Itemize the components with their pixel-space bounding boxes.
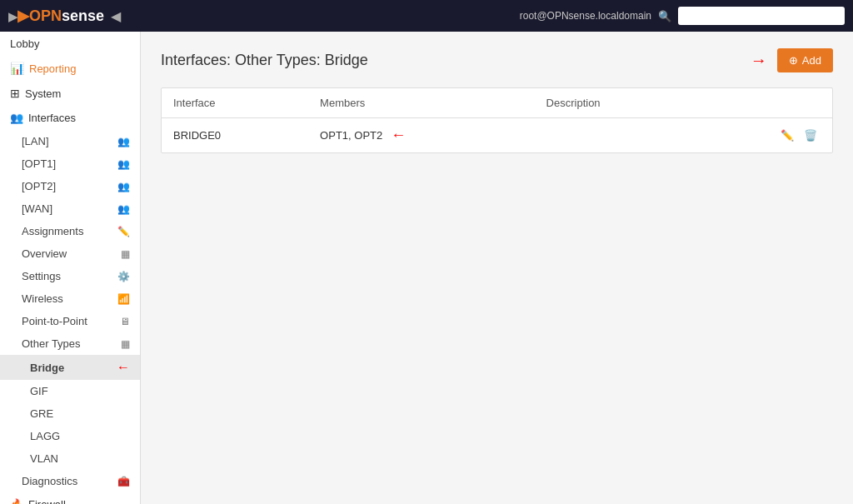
- sidebar-item-label: Lobby: [10, 37, 39, 50]
- delete-button[interactable]: 🗑️: [801, 127, 821, 143]
- sidebar-item-label: Settings: [22, 270, 61, 282]
- add-arrow-icon: →: [751, 51, 767, 70]
- opt2-icon: 👥: [117, 181, 130, 192]
- col-interface: Interface: [162, 88, 308, 118]
- table-wrap: Interface Members Description BRIDGE0 OP…: [161, 87, 833, 153]
- table-header-row: Interface Members Description: [162, 88, 832, 118]
- sidebar-item-diagnostics[interactable]: Diagnostics 🧰: [0, 470, 140, 492]
- add-button-label: Add: [802, 54, 821, 67]
- sidebar-item-label: [WAN]: [22, 202, 52, 215]
- bridge-arrow-icon: ←: [117, 360, 130, 375]
- table-row: BRIDGE0 OPT1, OPT2 ← ✏️ 🗑️: [162, 118, 832, 153]
- interfaces-icon: 👥: [10, 112, 23, 124]
- cell-description: [535, 118, 696, 153]
- sidebar-item-wireless[interactable]: Wireless 📶: [0, 287, 140, 310]
- sidebar-item-label: [OPT2]: [22, 180, 56, 192]
- content-header: Interfaces: Other Types: Bridge → ⊕ Add: [161, 48, 833, 72]
- cell-actions: ✏️ 🗑️: [695, 118, 832, 153]
- overview-icon: ▦: [121, 248, 130, 260]
- content: Interfaces: Other Types: Bridge → ⊕ Add …: [141, 32, 853, 504]
- sidebar-item-ptp[interactable]: Point-to-Point 🖥: [0, 310, 140, 332]
- sidebar-item-label: Bridge: [30, 362, 64, 374]
- other-types-icon: ▦: [121, 338, 130, 350]
- cell-interface: BRIDGE0: [162, 118, 308, 153]
- assignments-icon: ✏️: [117, 226, 130, 237]
- sidebar-item-label: Interfaces: [28, 112, 76, 124]
- main-wrap: Lobby 📊 Reporting ⊞ System 👥 Interfaces …: [0, 32, 853, 504]
- sidebar-item-system[interactable]: ⊞ System: [0, 81, 140, 106]
- sidebar-item-label: GIF: [30, 385, 48, 397]
- sidebar-item-reporting[interactable]: 📊 Reporting: [0, 56, 140, 81]
- sidebar-item-settings[interactable]: Settings ⚙️: [0, 265, 140, 287]
- add-button[interactable]: ⊕ Add: [777, 48, 833, 72]
- col-actions: [695, 88, 832, 118]
- sidebar-item-label: VLAN: [30, 452, 58, 465]
- page-title: Interfaces: Other Types: Bridge: [161, 52, 368, 69]
- add-button-area: → ⊕ Add: [751, 48, 833, 72]
- navbar-right: root@OPNsense.localdomain 🔍: [520, 7, 845, 25]
- sidebar-item-vlan[interactable]: VLAN: [0, 447, 140, 470]
- sidebar-item-lobby[interactable]: Lobby: [0, 32, 140, 56]
- firewall-icon: 🔥: [10, 498, 23, 504]
- sidebar-item-label: Point-to-Point: [22, 315, 87, 327]
- sidebar-item-bridge[interactable]: Bridge ←: [0, 355, 140, 380]
- sidebar-item-other-types[interactable]: Other Types ▦: [0, 332, 140, 355]
- sidebar-item-lagg[interactable]: LAGG: [0, 425, 140, 447]
- sidebar-item-label: Overview: [22, 247, 67, 260]
- sidebar-item-opt2[interactable]: [OPT2] 👥: [0, 175, 140, 197]
- add-plus-icon: ⊕: [789, 54, 798, 67]
- search-icon: 🔍: [658, 10, 671, 22]
- sidebar-item-label: LAGG: [30, 430, 60, 442]
- sidebar-item-label: [LAN]: [22, 135, 49, 147]
- sidebar-item-label: GRE: [30, 407, 53, 420]
- sidebar-item-label: Firewall: [28, 498, 66, 504]
- search-input[interactable]: [678, 7, 845, 25]
- sidebar-item-interfaces[interactable]: 👥 Interfaces: [0, 106, 140, 130]
- sidebar-item-label: [OPT1]: [22, 157, 56, 170]
- sidebar-item-label: System: [25, 87, 61, 100]
- sidebar-item-label: Other Types: [22, 337, 81, 350]
- sidebar-item-gif[interactable]: GIF: [0, 380, 140, 402]
- logo: ▶▶OPNsense: [8, 7, 104, 25]
- col-description: Description: [535, 88, 696, 118]
- wan-icon: 👥: [117, 203, 130, 215]
- navbar-user: root@OPNsense.localdomain: [520, 10, 651, 22]
- col-members: Members: [308, 88, 534, 118]
- members-arrow-icon: ←: [391, 127, 406, 144]
- sidebar-item-overview[interactable]: Overview ▦: [0, 242, 140, 265]
- edit-button[interactable]: ✏️: [777, 127, 797, 143]
- sidebar-item-label: Diagnostics: [22, 475, 77, 487]
- members-cell: OPT1, OPT2 ←: [320, 127, 522, 144]
- lan-icon: 👥: [117, 136, 130, 147]
- navbar-left: ▶▶OPNsense ◀: [8, 7, 121, 25]
- bridge-table: Interface Members Description BRIDGE0 OP…: [162, 88, 832, 152]
- sidebar-item-label: Wireless: [22, 292, 63, 305]
- sidebar-item-label: Reporting: [29, 62, 76, 75]
- sidebar-item-assignments[interactable]: Assignments ✏️: [0, 220, 140, 242]
- wireless-icon: 📶: [117, 293, 130, 305]
- sidebar-item-opt1[interactable]: [OPT1] 👥: [0, 152, 140, 175]
- reporting-icon: 📊: [10, 62, 24, 75]
- system-icon: ⊞: [10, 87, 20, 100]
- ptp-icon: 🖥: [120, 316, 130, 327]
- sidebar: Lobby 📊 Reporting ⊞ System 👥 Interfaces …: [0, 32, 141, 504]
- sidebar-item-firewall[interactable]: 🔥 Firewall: [0, 492, 140, 504]
- cell-members: OPT1, OPT2 ←: [308, 118, 534, 153]
- sidebar-item-label: Assignments: [22, 225, 83, 237]
- sidebar-item-lan[interactable]: [LAN] 👥: [0, 130, 140, 152]
- sidebar-item-gre[interactable]: GRE: [0, 402, 140, 425]
- navbar-toggle-icon[interactable]: ◀: [111, 8, 121, 24]
- members-value: OPT1, OPT2: [320, 129, 382, 142]
- diagnostics-icon: 🧰: [117, 476, 130, 487]
- opt1-icon: 👥: [117, 158, 130, 170]
- settings-icon: ⚙️: [117, 271, 130, 282]
- sidebar-item-wan[interactable]: [WAN] 👥: [0, 197, 140, 220]
- navbar: ▶▶OPNsense ◀ root@OPNsense.localdomain 🔍: [0, 0, 853, 32]
